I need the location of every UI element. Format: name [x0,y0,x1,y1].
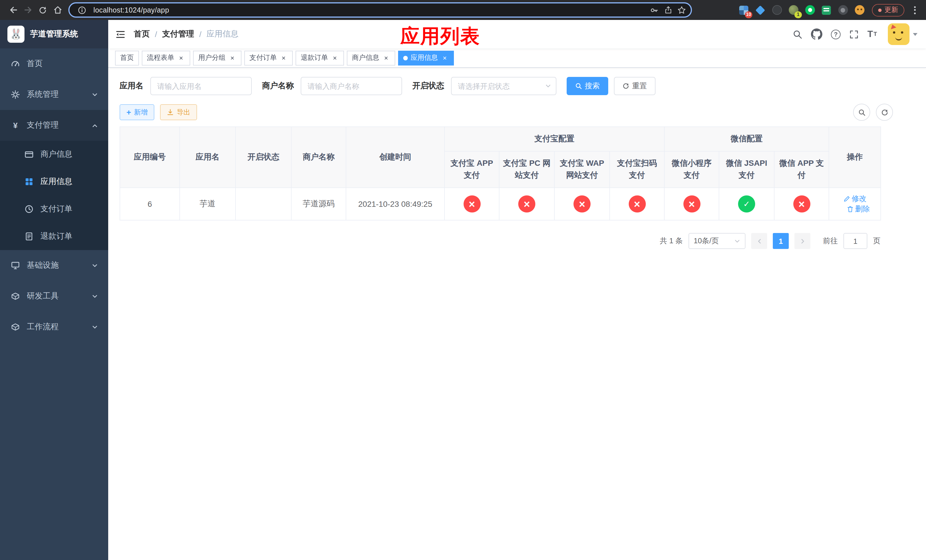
tab-merchant-info[interactable]: 商户信息 [347,50,395,65]
sidebar-item-app-info[interactable]: 应用信息 [0,168,108,195]
top-navbar: 首页 / 支付管理 / 应用信息 [108,20,926,48]
tab-pay-orders[interactable]: 支付订单 [244,50,293,65]
bookmark-star-icon[interactable] [675,3,688,17]
update-dot-icon [878,8,882,12]
sidebar-item-dev-tools[interactable]: 研发工具 [0,281,108,312]
sidebar-item-infrastructure[interactable]: 基础设施 [0,250,108,281]
tab-process-form[interactable]: 流程表单 [142,50,190,65]
sidebar-item-pay-orders[interactable]: 支付订单 [0,195,108,223]
status-select[interactable] [451,77,557,95]
export-button[interactable]: 导出 [160,104,197,120]
user-menu[interactable] [888,23,917,45]
tab-user-group[interactable]: 用户分组 [193,50,242,65]
add-button[interactable]: 新增 [120,104,154,120]
app-name-input[interactable] [150,77,252,95]
toggle-search-button[interactable] [853,104,870,121]
extension-blocks-icon[interactable]: 10 [738,4,749,16]
breadcrumb-home[interactable]: 首页 [134,29,150,39]
sidebar-item-system[interactable]: 系统管理 [0,79,108,110]
bank-card-icon [24,150,34,159]
extension-dark-icon[interactable] [771,4,782,16]
breadcrumb-separator: / [199,30,201,39]
sidebar-item-refund-orders[interactable]: 退款订单 [0,223,108,250]
close-icon[interactable] [177,54,185,62]
cell-created: 2021-10-23 08:49:25 [346,188,445,220]
page-size-select[interactable]: 10条/页 [688,233,746,249]
pagination-total: 共 1 条 [660,236,683,246]
next-page-button[interactable] [794,233,810,249]
browser-update-button[interactable]: 更新 [872,4,904,16]
tags-view: 首页 流程表单 用户分组 支付订单 退款订单 [108,48,926,68]
extension-avatar-icon[interactable]: 1 [788,4,799,16]
reload-icon[interactable] [35,3,50,17]
sidebar-item-label: 首页 [27,59,43,69]
column-header: 支付宝 WAP 网站支付 [554,151,610,188]
chevron-down-icon [92,262,98,269]
github-icon[interactable] [811,29,822,40]
address-bar[interactable]: localhost:1024/pay/app [68,2,692,18]
breadcrumb-section[interactable]: 支付管理 [162,29,194,39]
share-icon[interactable] [661,3,675,17]
column-header: 操作 [829,127,881,188]
search-form: 应用名 商户名称 开启状态 [120,77,915,95]
tab-app-info[interactable]: 应用信息 [398,50,454,65]
sidebar-item-label: 系统管理 [27,89,59,100]
sidebar-logo[interactable]: 🐰 芋道管理系统 [0,20,108,48]
help-icon[interactable] [831,29,841,39]
cube-icon [10,292,21,301]
sidebar-item-workflow[interactable]: 工作流程 [0,312,108,342]
sidebar-submenu-payment: 商户信息 应用信息 支付订单 [0,141,108,250]
cell-app-id: 6 [120,188,180,220]
tab-home[interactable]: 首页 [115,50,139,65]
close-icon[interactable] [441,54,449,62]
extension-wechat-icon[interactable] [804,4,816,16]
app-table: 应用编号 应用名 开启状态 商户名称 创建时间 支付宝配置 微信配置 操作 支付… [120,127,915,221]
search-button[interactable]: 搜索 [567,77,608,95]
home-icon[interactable] [50,3,65,17]
tab-refund-orders[interactable]: 退款订单 [295,50,344,65]
sidebar-item-payment[interactable]: ¥ 支付管理 [0,110,108,141]
alipay-wap-status-icon [573,195,590,212]
close-icon[interactable] [228,54,236,62]
fullscreen-icon[interactable] [849,29,859,39]
page-number-1[interactable]: 1 [773,233,789,249]
alipay-app-status-icon [463,195,480,212]
alipay-pc-status-icon [518,195,535,212]
url-text: localhost:1024/pay/app [94,6,648,14]
wechat-mini-status-icon [683,195,700,212]
screen: localhost:1024/pay/app 10 1 [0,0,926,560]
column-header: 开启状态 [236,127,291,188]
close-icon[interactable] [382,54,390,62]
font-size-icon[interactable] [867,30,877,39]
merchant-name-input[interactable] [301,77,402,95]
extension-kite-icon[interactable] [755,4,766,16]
refresh-button[interactable] [876,104,893,121]
dashboard-icon [10,59,21,68]
search-icon[interactable] [793,29,802,39]
sidebar-item-label: 支付管理 [27,120,59,130]
caret-down-icon [913,33,917,36]
delete-link[interactable]: 删除 [847,204,870,214]
page-content: 应用名 商户名称 开启状态 [108,68,926,560]
goto-page-input[interactable] [843,233,867,249]
close-icon[interactable] [331,54,339,62]
cell-app-name: 芋道 [180,188,236,220]
extension-pinwheel-icon[interactable] [837,4,849,16]
browser-menu-icon[interactable] [909,4,920,16]
document-icon [24,232,34,241]
sidebar-item-merchant-info[interactable]: 商户信息 [0,141,108,168]
reset-button[interactable]: 重置 [614,77,655,95]
site-info-icon[interactable] [75,3,89,17]
user-avatar [888,23,909,45]
extension-face-icon[interactable] [854,4,865,16]
extension-notes-icon[interactable] [821,4,832,16]
edit-link[interactable]: 修改 [843,194,867,204]
close-icon[interactable] [280,54,287,62]
prev-page-button[interactable] [751,233,767,249]
sidebar-collapse-icon[interactable] [115,29,126,39]
key-icon[interactable] [648,3,661,17]
column-header: 微信 APP 支付 [774,151,829,188]
sidebar-item-home[interactable]: 首页 [0,48,108,79]
forward-icon[interactable] [21,3,35,17]
back-icon[interactable] [6,3,21,17]
